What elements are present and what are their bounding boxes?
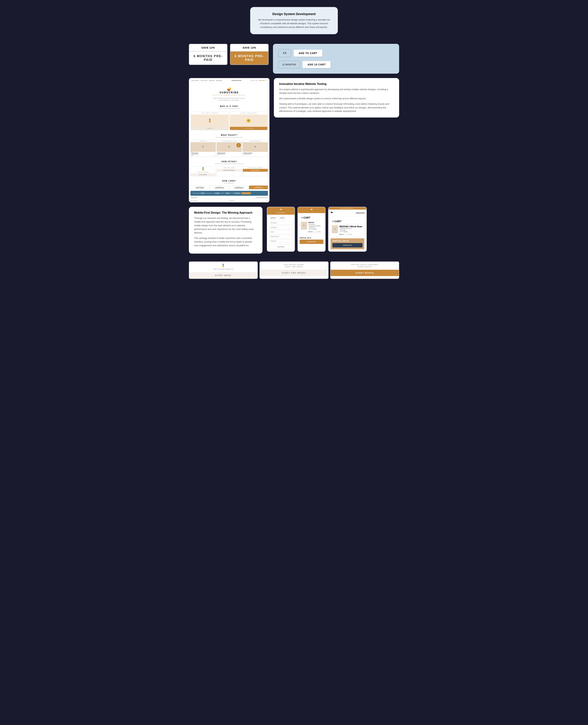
nav-login[interactable]: LOG IN (251, 80, 254, 81)
summary-for: FOR (231, 193, 233, 194)
every-week-large-button[interactable]: EVERY WEEK (189, 272, 257, 279)
freq-cards-large-section: 🏅 FOR COFFEE ADDICTS EVERY WEEK FOR COFF… (189, 261, 399, 279)
brand-large: PARACHUTE (356, 212, 364, 214)
footer-row: PAGE | CONTACT PARACHUTE f © ✈ (190, 200, 268, 201)
cart-small-header: ☂ (298, 207, 325, 213)
dark-roast-qty-label: QTY (191, 155, 193, 156)
footer-contact-link[interactable]: CONTACT (193, 200, 197, 201)
mockup-hero: 🪔 SUBSCRIBE ROASTED & SHIPPED EVERY MOND… (189, 83, 269, 103)
cart-small-phone: ☂ < CART ☕ MEDIUM Whole Bean • Ongoing s… (297, 207, 326, 251)
summary-add-cart-button[interactable]: ADD TO CART (241, 192, 251, 194)
summary-duration[interactable]: 12 MONTHS (234, 193, 240, 194)
email-field[interactable] (269, 230, 293, 234)
month-to-month-card[interactable]: JUST FOR NOW MONTH TO MONTH (190, 185, 209, 189)
dark-roast-label: FOR THE BOLD (191, 140, 216, 142)
first-name-field[interactable] (269, 221, 293, 224)
mobile-number-field[interactable] (269, 235, 293, 238)
save-label-white: SAVE 12% (189, 44, 227, 52)
for-friend-card: YOU'RE A GREAT FRIEND 🤗 FOR A FRIEND (230, 112, 268, 130)
design-system-title: Design System Development (257, 12, 331, 16)
cart-large-feature-2: • Bi-Weekly (339, 229, 363, 230)
medium-roast-qty-label: 1 (217, 155, 218, 156)
cart-small-checkout-btn[interactable]: CHECKOUT (300, 240, 323, 244)
cart-small-product-row: ☕ MEDIUM Whole Bean • Ongoing subscripti… (300, 220, 323, 234)
twitter-icon[interactable]: ✈ (268, 200, 268, 201)
12months-name: 12 MONTHS PRE-PAID (250, 187, 267, 188)
every-two-weeks-large-card: FOR COFFEE LOVERSEVERY TWO WEEKS EVERY T… (259, 261, 328, 279)
every-two-weeks-label: FOR COFFEE LOVERS (217, 167, 241, 169)
save-button-gold[interactable]: SAVE 12% 6 MONTHS PRE-PAID (230, 44, 269, 65)
nav-link-story[interactable]: OUR STORY (200, 80, 207, 81)
every-two-weeks-button[interactable]: EVERY TWO WEEKS (217, 169, 241, 172)
limited-roast-info: LIMITED EDITION 16oz bag | 30 cups (243, 152, 268, 155)
summary-bags[interactable]: 5 BAGS (200, 193, 205, 194)
website-mockup: THE COFFEE OUR STORY REVIEWS REWARDS PAR… (189, 78, 270, 202)
every-week-card: 🏅 FOR COFFEE ADDICTS EVERY WEEK (190, 166, 216, 176)
cart-large-checkout-btn[interactable]: CHECKOUT (332, 243, 362, 247)
cart-row-xx: XX ADD TO CART (278, 49, 394, 57)
for-me-label: TAKE CARE OF YOURSELF (191, 112, 229, 115)
6months-card[interactable]: SAVE 12% 6 MONTHS PRE-PAID (230, 185, 249, 189)
nav-link-coffee[interactable]: THE COFFEE (191, 80, 199, 81)
every-week-button[interactable]: EVERY WEEK (191, 173, 215, 176)
summary-every: EVERY (221, 193, 224, 194)
how-often-heading: HOW OFTEN? (191, 161, 268, 163)
cart-large-plus-btn[interactable]: + (349, 233, 352, 236)
dark-roast-qty-input[interactable]: ▢ (214, 155, 215, 156)
medium-roast-qty-row: 1 (217, 155, 241, 156)
every-month-large-card: FOR THE CASUAL CONSUMEREVERY MONTH EVERY… (330, 261, 399, 279)
roast-heading: WHAT ROAST? (191, 134, 268, 136)
innovative-card: Innovative Iterative Website Testing Our… (274, 78, 399, 118)
cart-large-minus-btn[interactable]: - (344, 233, 347, 236)
login-tab[interactable]: LOG IN (278, 216, 286, 219)
cart-small-feature-3: • Free shipping (308, 228, 322, 229)
footer-page-link[interactable]: PAGE (190, 200, 192, 201)
cart-small-plus-btn[interactable]: + (318, 230, 321, 233)
every-month-large-top: FOR THE CASUAL CONSUMEREVERY MONTH (331, 262, 399, 270)
3months-card[interactable]: SAVE 10% 3 MONTHS PRE-PAID (210, 185, 229, 189)
checkout-nav-tabs: SIGN UP LOG IN (269, 216, 293, 219)
month-to-month-name: MONTH TO MONTH (191, 187, 209, 188)
every-month-large-button[interactable]: EVERY MONTH (331, 270, 399, 276)
mockup-price-row: $XX/MONTH $XX/MONTH PRE-PAID (189, 197, 269, 199)
cart-small-body: < CART ☕ MEDIUM Whole Bean • Ongoing sub… (298, 213, 325, 246)
every-two-weeks-large-button[interactable]: EVERY TWO WEEKS (260, 270, 328, 276)
password-field[interactable] (269, 239, 293, 243)
who-subtext: Give it as a gift, or keep it all for yo… (191, 108, 268, 109)
nav-link-rewards[interactable]: REWARDS (216, 80, 222, 81)
for-me-button[interactable]: FOR ME (191, 127, 229, 130)
mockup-price: $XX/MONTH (191, 197, 197, 198)
for-friend-button[interactable]: FOR A FRIEND (230, 127, 268, 130)
cart-large-product-image: ☕ (332, 225, 338, 233)
footer-brand: PARACHUTE (229, 200, 234, 201)
save-button-white[interactable]: SAVE 12% 6 MONTHS PRE-PAID (189, 44, 227, 65)
nav-subscribe[interactable]: SUBSCRIBE (259, 80, 265, 81)
summary-frequency[interactable]: MONTH (225, 193, 230, 194)
nav-gift[interactable]: GIFT (255, 80, 258, 81)
mobile-first-card: Mobile-First Design: The Winning Approac… (189, 207, 262, 254)
dark-roast-image: ☕ (191, 142, 216, 152)
cart-large-phone: FREE SHIPPING ON ALL O... ☂ PARACHUTE < … (328, 207, 367, 251)
summary-recipient[interactable]: A FRIEND (214, 193, 220, 194)
summary-row: I WOULD LIKE 5 BAGS DELIVERED TO A FRIEN… (192, 192, 266, 194)
12months-card[interactable]: SAVE 15% 12 MONTHS PRE-PAID (249, 185, 268, 189)
qty-box-xx[interactable]: XX (278, 49, 291, 57)
signup-tab[interactable]: SIGN UP (269, 216, 277, 219)
months-box-12[interactable]: 12 MONTHS (278, 61, 300, 68)
limited-roast-detail: 16oz bag | 30 cups (244, 154, 267, 155)
summary-delivered-to: DELIVERED TO (206, 193, 214, 194)
add-to-cart-button-top[interactable]: ADD TO CART (294, 49, 322, 57)
nav-link-reviews[interactable]: REVIEWS (209, 80, 215, 81)
free-shipping-banner: FREE SHIPPING ON ALL O... (329, 207, 366, 209)
continue-button[interactable]: CONTINUE (269, 245, 293, 249)
cart-large-qty-value: 1 (348, 234, 349, 235)
add-10-cart-button[interactable]: ADD 10 CART (302, 61, 331, 68)
design-system-card: Design System Development We developed a… (250, 7, 338, 34)
innovative-title: Innovative Iterative Website Testing (279, 82, 394, 85)
last-name-field[interactable] (269, 226, 293, 229)
every-month-button[interactable]: EVERY MONTH (243, 169, 268, 172)
medium-roast-label: THE EVERY-MORNING COFFEE (217, 140, 242, 142)
cart-small-minus-btn[interactable]: - (313, 230, 316, 233)
how-long-subtext: Fresh coffee forever! (191, 182, 268, 184)
nav-cart-icon[interactable]: 🛒 (266, 80, 267, 81)
